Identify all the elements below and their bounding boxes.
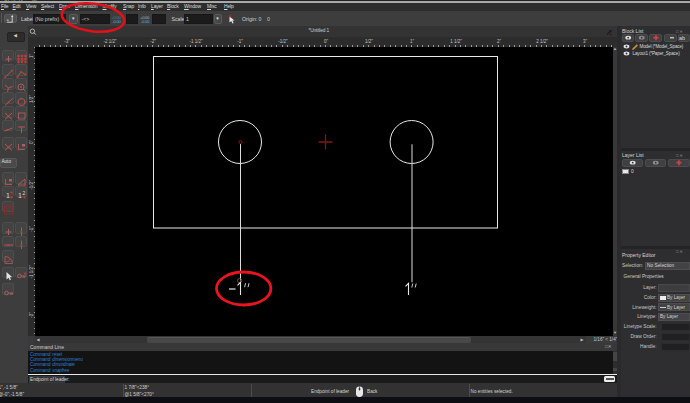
svg-text:1: 1 bbox=[18, 192, 22, 199]
svg-text:ab: ab bbox=[678, 35, 684, 41]
svg-text:1: 1 bbox=[6, 192, 10, 199]
svg-text:2: 2 bbox=[22, 190, 25, 196]
